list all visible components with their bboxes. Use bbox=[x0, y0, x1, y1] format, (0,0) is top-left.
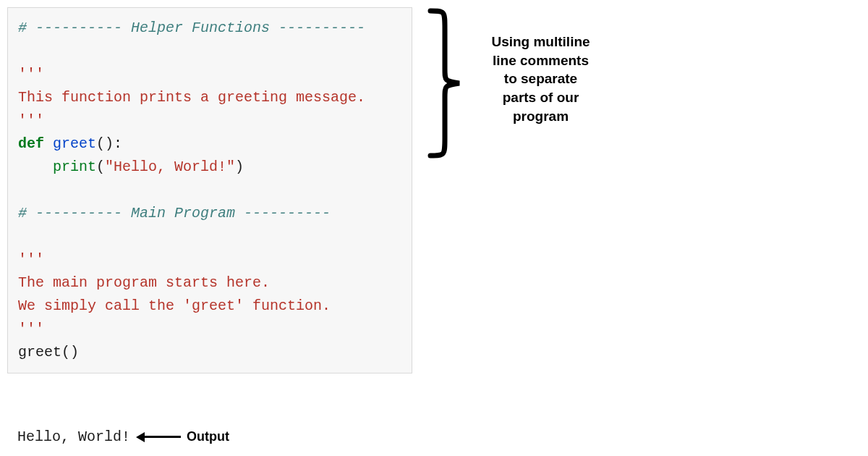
print-line: print("Hello, World!") bbox=[18, 159, 244, 175]
output-text: Hello, World! bbox=[17, 428, 130, 445]
arrow-left-icon bbox=[136, 432, 181, 442]
section-comment-2: # ---------- Main Program ---------- bbox=[18, 205, 331, 221]
docstring-text-2b: We simply call the 'greet' function. bbox=[18, 297, 331, 314]
docstring-open-2: ''' bbox=[18, 251, 44, 268]
code-block: # ---------- Helper Functions ----------… bbox=[7, 7, 412, 373]
output-line: Hello, World! Output bbox=[17, 428, 229, 445]
section-comment-1: # ---------- Helper Functions ---------- bbox=[18, 20, 365, 36]
docstring-close-1: ''' bbox=[18, 112, 44, 129]
output-label: Output bbox=[187, 429, 229, 444]
docstring-text-1: This function prints a greeting message. bbox=[18, 89, 365, 106]
brace-icon bbox=[420, 7, 470, 163]
docstring-text-2a: The main program starts here. bbox=[18, 274, 270, 291]
def-line: def greet(): bbox=[18, 135, 122, 152]
docstring-close-2: ''' bbox=[18, 321, 44, 337]
annotation-text: Using multiline line comments to separat… bbox=[477, 33, 604, 125]
call-line: greet() bbox=[18, 344, 79, 360]
docstring-open-1: ''' bbox=[18, 66, 44, 83]
